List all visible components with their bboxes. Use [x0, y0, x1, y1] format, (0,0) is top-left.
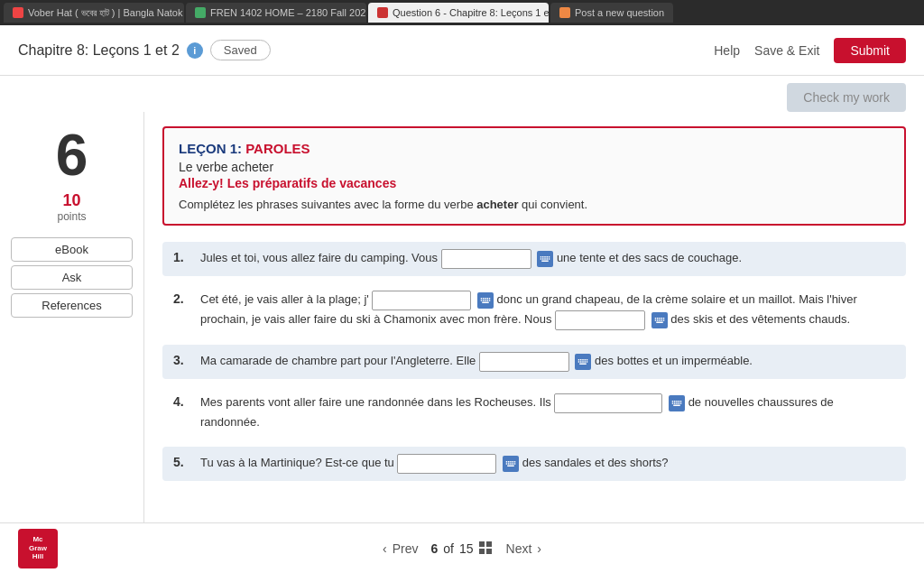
svg-rect-27 — [659, 318, 661, 319]
favicon-2 — [195, 7, 206, 18]
current-page: 6 — [430, 541, 438, 556]
svg-rect-26 — [657, 318, 659, 319]
lesson-title: LEÇON 1: PAROLES — [179, 141, 890, 156]
svg-rect-16 — [487, 298, 489, 300]
svg-rect-46 — [587, 361, 588, 363]
answer-input-3[interactable] — [479, 352, 569, 372]
browser-tab-4[interactable]: Post a new question — [550, 3, 673, 23]
svg-rect-66 — [506, 463, 508, 465]
keyboard-icon-3[interactable] — [575, 354, 591, 370]
svg-rect-29 — [662, 318, 664, 319]
svg-rect-53 — [680, 401, 682, 402]
svg-rect-55 — [674, 402, 676, 404]
next-chevron-right-icon: › — [537, 541, 541, 556]
question-number-4: 4. — [173, 393, 195, 409]
grid-view-icon[interactable] — [479, 541, 494, 556]
tab-2-label: FREN 1402 HOME – 2180 Fall 2022 08/22-12… — [210, 7, 366, 18]
answer-input-4[interactable] — [554, 393, 662, 413]
svg-rect-44 — [583, 361, 585, 363]
keyboard-icon-1[interactable] — [537, 251, 553, 267]
svg-rect-31 — [657, 319, 659, 321]
question-number-2: 2. — [173, 291, 195, 306]
svg-rect-5 — [549, 256, 550, 258]
svg-rect-39 — [583, 359, 585, 361]
svg-rect-37 — [578, 359, 580, 361]
keyboard-icon-2a[interactable] — [477, 292, 494, 309]
keyboard-icon-2b[interactable] — [651, 312, 668, 328]
svg-rect-35 — [656, 322, 663, 324]
page-indicator: 6 of 15 — [430, 541, 493, 556]
app-header: Chapitre 8: Leçons 1 et 2 i Saved Help S… — [0, 25, 924, 76]
content-area: LEÇON 1: PAROLES Le verbe acheter Allez-… — [144, 112, 924, 522]
tab-4-label: Post a new question — [575, 7, 664, 18]
svg-rect-1 — [541, 256, 542, 258]
lesson-allez: Allez-y! Les préparatifs de vacances — [179, 176, 890, 190]
check-btn-area: Check my work — [0, 76, 924, 112]
svg-rect-64 — [513, 461, 514, 463]
svg-rect-75 — [486, 549, 492, 554]
answer-input-2b[interactable] — [555, 310, 645, 330]
table-row: 2. Cet été, je vais aller à la plage; j'… — [162, 283, 906, 337]
answer-input-1[interactable] — [441, 249, 531, 269]
svg-rect-7 — [542, 258, 544, 260]
mcgraw-hill-logo: McGrawHill — [18, 529, 58, 568]
info-icon[interactable]: i — [187, 42, 203, 59]
svg-rect-69 — [513, 463, 514, 465]
ask-button[interactable]: Ask — [11, 265, 133, 290]
svg-rect-72 — [479, 541, 485, 547]
favicon-4 — [559, 7, 570, 18]
svg-rect-9 — [547, 258, 549, 260]
check-my-work-button[interactable]: Check my work — [787, 83, 906, 112]
table-row: 5. Tu vas à la Martinique? Est-ce que tu… — [162, 447, 906, 481]
logo-text: McGrawHill — [29, 535, 47, 561]
submit-button[interactable]: Submit — [834, 38, 906, 63]
tab-3-label: Question 6 - Chapitre 8: Leçons 1 et 2 -… — [393, 7, 549, 18]
keyboard-icon-5[interactable] — [503, 456, 519, 472]
svg-rect-42 — [578, 361, 580, 363]
svg-rect-70 — [514, 463, 516, 465]
svg-rect-43 — [580, 361, 582, 363]
help-button[interactable]: Help — [714, 43, 740, 58]
footer: McGrawHill ‹ Prev 6 of 15 Next › — [0, 522, 924, 573]
svg-rect-57 — [679, 402, 680, 404]
svg-rect-58 — [680, 402, 682, 404]
ebook-button[interactable]: eBook — [11, 237, 133, 262]
svg-rect-56 — [676, 402, 678, 404]
save-exit-button[interactable]: Save & Exit — [754, 43, 819, 58]
question-text-4: Mes parents vont aller faire une randonn… — [200, 393, 895, 432]
answer-input-5[interactable] — [397, 454, 496, 474]
svg-rect-32 — [659, 319, 661, 321]
keyboard-icon-4[interactable] — [669, 395, 685, 411]
svg-rect-45 — [585, 361, 587, 363]
svg-rect-23 — [482, 302, 489, 304]
lecon-label: LEÇON 1: — [179, 141, 242, 156]
browser-tab-2[interactable]: FREN 1402 HOME – 2180 Fall 2022 08/22-12… — [186, 3, 366, 23]
instruction-prefix: Complétez les phrases suivantes avec la … — [179, 198, 476, 211]
browser-tab-3[interactable]: Question 6 - Chapitre 8: Leçons 1 et 2 -… — [368, 3, 549, 23]
answer-input-2a[interactable] — [372, 291, 471, 310]
svg-rect-28 — [661, 318, 662, 319]
main-layout: 6 10 points eBook Ask References LEÇON 1… — [0, 112, 924, 522]
question-text-3: Ma camarade de chambre part pour l'Angle… — [200, 352, 895, 372]
prev-label: Prev — [393, 541, 419, 556]
svg-rect-3 — [545, 256, 547, 258]
next-button[interactable]: Next › — [506, 541, 541, 556]
instruction-verb: acheter — [476, 198, 518, 211]
of-label: of — [443, 541, 454, 556]
svg-rect-68 — [510, 463, 512, 465]
references-button[interactable]: References — [11, 293, 133, 318]
tab-1-label: Vober Hat ( ভবের হাট ) | Bangla Natok | … — [28, 7, 184, 19]
svg-rect-6 — [541, 258, 542, 260]
svg-rect-40 — [585, 359, 587, 361]
favicon-1 — [13, 7, 23, 18]
svg-rect-67 — [508, 463, 510, 465]
table-row: 3. Ma camarade de chambre part pour l'An… — [162, 345, 906, 379]
svg-rect-17 — [489, 298, 491, 300]
lesson-box: LEÇON 1: PAROLES Le verbe acheter Allez-… — [162, 126, 906, 226]
svg-rect-47 — [580, 364, 587, 365]
browser-tab-1[interactable]: Vober Hat ( ভবের হাট ) | Bangla Natok | … — [4, 3, 184, 23]
table-row: 4. Mes parents vont aller faire une rand… — [162, 386, 906, 439]
svg-rect-21 — [487, 300, 489, 301]
prev-button[interactable]: ‹ Prev — [383, 541, 418, 556]
svg-rect-10 — [549, 258, 550, 260]
